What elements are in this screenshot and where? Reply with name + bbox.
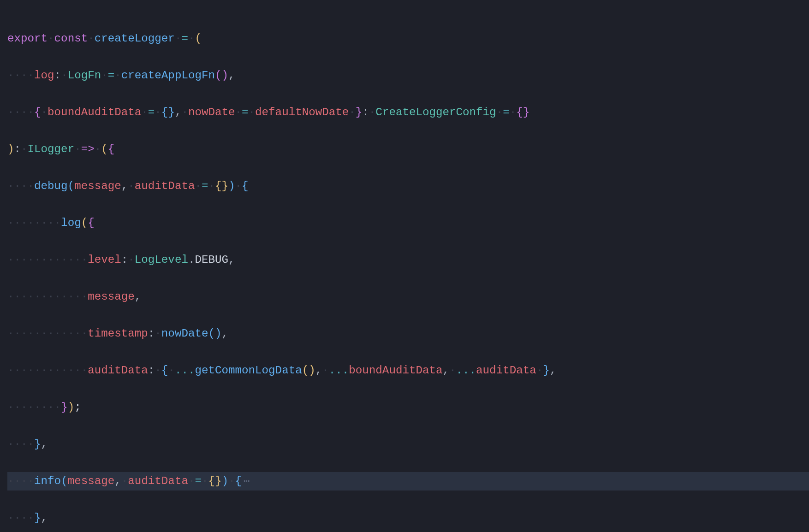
method-debug: debug <box>34 180 68 192</box>
code-line: ····}, <box>7 435 809 454</box>
code-line: ············auditData:·{·...getCommonLog… <box>7 361 809 380</box>
code-line: ):·ILogger·=>·({ <box>7 140 809 159</box>
param-nowDate: nowDate <box>188 106 235 118</box>
type-LogFn: LogFn <box>68 69 101 82</box>
param-message: message <box>74 180 121 192</box>
code-line: ····log:·LogFn·=·createAppLogFn(), <box>7 66 809 85</box>
code-line: export·const·createLogger·=·( <box>7 30 809 48</box>
enum-DEBUG: DEBUG <box>195 254 228 266</box>
ident-auditData: auditData <box>476 364 536 377</box>
param-boundAuditData: boundAuditData <box>48 106 141 118</box>
type-ILogger: ILogger <box>28 143 75 155</box>
prop-timestamp: timestamp <box>88 327 148 340</box>
code-line: ····debug(message,·auditData·=·{})·{ <box>7 177 809 195</box>
param-log: log <box>34 69 54 82</box>
fold-icon[interactable]: ⋯ <box>242 476 251 487</box>
code-line: ············message, <box>7 288 809 306</box>
code-line: ····}, <box>7 509 809 527</box>
prop-message: message <box>88 290 135 303</box>
method-info: info <box>34 475 61 487</box>
prop-auditData: auditData <box>88 364 148 377</box>
function-name: createLogger <box>95 32 175 45</box>
code-line: ············timestamp:·nowDate(), <box>7 325 809 343</box>
code-line-folded[interactable]: ····info(message,·auditData·=·{})·{⋯ <box>7 472 809 491</box>
ident-boundAuditData: boundAuditData <box>349 364 442 377</box>
type-CreateLoggerConfig: CreateLoggerConfig <box>375 106 496 118</box>
code-line: ········}); <box>7 398 809 417</box>
code-line: ····{·boundAuditData·=·{},·nowDate·=·def… <box>7 103 809 122</box>
call-log: log <box>61 217 81 229</box>
keyword-const: const <box>54 32 88 45</box>
code-editor[interactable]: export·const·createLogger·=·( ····log:·L… <box>0 0 809 532</box>
prop-level: level <box>88 254 121 266</box>
defaultNowDate: defaultNowDate <box>255 106 349 118</box>
call-getCommonLogData: getCommonLogData <box>195 364 302 377</box>
keyword-export: export <box>7 32 48 45</box>
param-auditData: auditData <box>135 180 195 192</box>
code-line: ············level:·LogLevel.DEBUG, <box>7 251 809 269</box>
call-nowDate: nowDate <box>161 327 208 340</box>
code-line: ········log({ <box>7 214 809 232</box>
enum-LogLevel: LogLevel <box>135 254 188 266</box>
call-createAppLogFn: createAppLogFn <box>121 69 215 82</box>
